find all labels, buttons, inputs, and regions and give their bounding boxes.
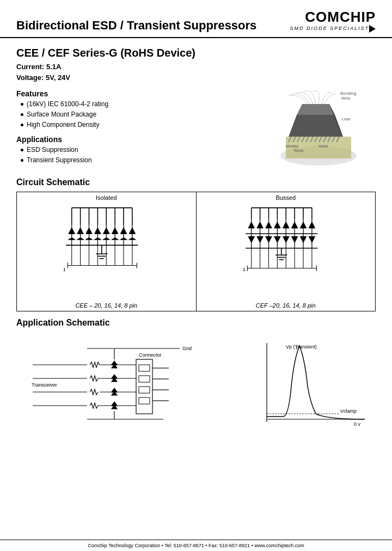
bullet-icon: [21, 103, 23, 106]
list-item: (16kV) IEC 61000-4-2 rating: [21, 99, 250, 109]
main-content: CEE / CEF Series-G (RoHS Device) Current…: [0, 38, 392, 540]
logo-text: COMCHIP: [305, 10, 376, 24]
svg-marker-81: [130, 228, 136, 234]
svg-text:Vp (Transient): Vp (Transient): [286, 344, 317, 350]
list-item: Surface Mount Package: [21, 109, 250, 120]
page-title: Bidirectional ESD / Transient Suppressor…: [16, 19, 256, 33]
svg-marker-142: [309, 222, 315, 228]
applications-heading: Applications: [16, 135, 250, 144]
svg-marker-53: [95, 228, 101, 234]
circuit-schematic-section: Circuit Schematic Isolated: [16, 177, 376, 311]
series-title: CEE / CEF Series-G (RoHS Device): [16, 47, 376, 59]
svg-marker-167: [291, 237, 297, 243]
bullet-icon: [21, 159, 23, 162]
svg-rect-225: [139, 376, 150, 382]
schematic-box: Isolated: [16, 192, 376, 311]
circuit-heading: Circuit Schematic: [16, 177, 376, 187]
isolated-label: Isolated: [96, 194, 117, 201]
svg-marker-114: [248, 222, 254, 228]
voltage-spec: Voltage: 5V, 24V: [16, 72, 376, 83]
svg-marker-147: [248, 237, 254, 243]
svg-text:Connector: Connector: [139, 352, 162, 358]
svg-marker-155: [266, 237, 272, 243]
svg-marker-126: [274, 222, 280, 228]
list-item: High Component Density: [21, 120, 250, 130]
component-image: Bonding Wire Lead Molded Resin Wafer: [256, 85, 376, 172]
list-item: Transient Suppression: [21, 155, 250, 166]
current-spec: Current: 5.1A: [16, 62, 376, 72]
svg-marker-3: [297, 104, 335, 115]
svg-marker-151: [257, 237, 263, 243]
svg-rect-226: [139, 387, 150, 393]
svg-rect-224: [139, 365, 150, 371]
features-list: (16kV) IEC 61000-4-2 rating Surface Moun…: [16, 99, 250, 131]
svg-marker-138: [300, 222, 306, 228]
current-label: Current:: [16, 63, 44, 71]
svg-text:Molded: Molded: [286, 144, 298, 148]
footer: Comchip Technology Corporation • Tel: 51…: [0, 540, 392, 551]
svg-marker-60: [103, 228, 109, 234]
bussed-svg: 1: [197, 202, 376, 300]
svg-text:1: 1: [63, 266, 66, 272]
bussed-label: Bussed: [275, 194, 296, 201]
app-circuit-svg: Transceiver: [16, 332, 256, 441]
svg-marker-46: [86, 228, 92, 234]
app-2: Transient Suppression: [27, 155, 92, 166]
svg-text:Gnd: Gnd: [182, 346, 192, 351]
voltage-value: 5V, 24V: [46, 74, 70, 82]
svg-text:0 v: 0 v: [354, 421, 361, 427]
footer-text: Comchip Technology Corporation • Tel: 51…: [88, 543, 304, 548]
svg-marker-134: [291, 222, 297, 228]
svg-marker-32: [69, 228, 75, 234]
svg-text:Bonding: Bonding: [340, 91, 356, 96]
svg-text:Transceiver: Transceiver: [32, 382, 57, 388]
feature-3: High Component Density: [27, 120, 99, 130]
bullet-icon: [21, 113, 23, 116]
svg-text:Wafer: Wafer: [318, 144, 329, 148]
app-schematic-content: Transceiver: [16, 332, 376, 441]
isolated-caption: CEE – 20, 16, 14, 8 pin: [75, 302, 137, 311]
svg-marker-175: [309, 237, 315, 243]
svg-text:Vclamp: Vclamp: [340, 408, 357, 414]
voltage-label: Voltage:: [16, 74, 44, 82]
top-section: Features (16kV) IEC 61000-4-2 rating Sur…: [16, 85, 376, 172]
isolated-schematic: Isolated: [17, 192, 197, 311]
feature-1: (16kV) IEC 61000-4-2 rating: [27, 99, 108, 109]
svg-text:1: 1: [242, 266, 245, 272]
isolated-svg: 1: [17, 202, 196, 300]
svg-marker-171: [300, 237, 306, 243]
svg-marker-122: [266, 222, 272, 228]
bussed-caption: CEF –20, 16, 14, 8 pin: [256, 302, 316, 311]
svg-marker-130: [283, 222, 289, 228]
waveform-svg: Vp (Transient) Vclamp 0 v: [256, 332, 376, 441]
bullet-icon: [21, 124, 23, 126]
page: Bidirectional ESD / Transient Suppressor…: [0, 0, 392, 551]
features-heading: Features: [16, 89, 250, 98]
left-info: Features (16kV) IEC 61000-4-2 rating Sur…: [16, 85, 250, 166]
logo-arrow-icon: [369, 25, 376, 33]
svg-text:Resin: Resin: [294, 149, 304, 152]
app-schematic-section: Application Schematic Transceiver: [16, 318, 376, 441]
app-1: ESD Suppression: [27, 145, 78, 155]
logo-area: COMCHIP SMD DIODE SPECIALIST: [290, 10, 376, 33]
app-waveform: Vp (Transient) Vclamp 0 v: [256, 332, 376, 441]
feature-2: Surface Mount Package: [27, 109, 96, 120]
svg-marker-118: [257, 222, 263, 228]
svg-text:Lead: Lead: [342, 117, 351, 121]
svg-rect-227: [139, 397, 150, 404]
svg-marker-39: [77, 228, 83, 234]
list-item: ESD Suppression: [21, 145, 250, 155]
svg-marker-74: [121, 228, 127, 234]
bussed-schematic: Bussed: [197, 192, 376, 311]
app-circuit-diagram: Transceiver: [16, 332, 256, 441]
app-schematic-heading: Application Schematic: [16, 318, 376, 328]
svg-marker-159: [274, 237, 280, 243]
svg-marker-67: [112, 228, 118, 234]
svg-marker-163: [283, 237, 289, 243]
current-value: 5.1A: [46, 63, 61, 71]
bullet-icon: [21, 149, 23, 151]
svg-text:Wire: Wire: [341, 96, 351, 101]
applications-list: ESD Suppression Transient Suppression: [16, 145, 250, 166]
component-svg: Bonding Wire Lead Molded Resin Wafer: [256, 85, 376, 172]
header: Bidirectional ESD / Transient Suppressor…: [0, 0, 392, 38]
